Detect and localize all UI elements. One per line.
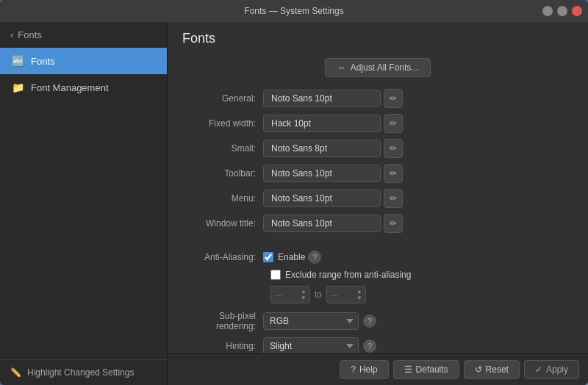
toolbar-label: Toolbar: <box>182 168 263 179</box>
toolbar-row: Toolbar: Noto Sans 10pt ✏ <box>182 164 573 183</box>
hinting-select[interactable]: None Slight Medium Full <box>263 337 359 353</box>
subpixel-help-icon[interactable]: ? <box>363 314 376 328</box>
hinting-row: Hinting: None Slight Medium Full ? <box>182 337 573 353</box>
menu-edit-button[interactable]: ✏ <box>384 189 403 208</box>
hinting-help-icon[interactable]: ? <box>363 339 376 353</box>
content-body: ↔ Adjust All Fonts... General: Noto Sans… <box>168 52 588 353</box>
toolbar-edit-button[interactable]: ✏ <box>384 164 403 183</box>
defaults-button[interactable]: ☰ Defaults <box>393 360 459 379</box>
window-title-edit-button[interactable]: ✏ <box>384 214 403 233</box>
apply-label: Apply <box>546 364 568 375</box>
general-label: General: <box>182 93 263 104</box>
small-label: Small: <box>182 143 263 154</box>
hinting-label: Hinting: <box>182 341 263 351</box>
aa-enable-text: Enable <box>278 252 305 262</box>
toolbar-field-wrap: Noto Sans 10pt ✏ <box>263 164 403 183</box>
page-title: Fonts <box>168 22 588 52</box>
window-title-field-wrap: Noto Sans 10pt ✏ <box>263 214 403 233</box>
defaults-icon: ☰ <box>404 364 412 375</box>
exclude-range-checkbox[interactable] <box>270 270 281 280</box>
general-edit-button[interactable]: ✏ <box>384 89 403 108</box>
back-icon: ‹ <box>10 29 13 40</box>
sidebar: ‹ Fonts 🔤 Fonts 📁 Font Management ✏️ Hig… <box>0 22 168 385</box>
titlebar: Fonts — System Settings <box>0 0 588 22</box>
fixed-width-field-wrap: Hack 10pt ✏ <box>263 114 403 133</box>
content-footer: ? Help ☰ Defaults ↺ Reset ✓ Apply <box>168 353 588 385</box>
general-row: General: Noto Sans 10pt ✏ <box>182 89 573 108</box>
minimize-button[interactable] <box>542 6 553 16</box>
sidebar-item-fonts-label: Fonts <box>31 56 55 67</box>
general-field-wrap: Noto Sans 10pt ✏ <box>263 89 403 108</box>
range-from-value: — <box>274 290 282 299</box>
sidebar-item-fonts[interactable]: 🔤 Fonts <box>0 48 167 74</box>
apply-icon: ✓ <box>535 364 542 375</box>
fixed-width-label: Fixed width: <box>182 118 263 129</box>
range-to-arrows[interactable]: ▲ ▼ <box>356 288 362 301</box>
window-title-label: Window title: <box>182 218 263 229</box>
sidebar-item-font-management[interactable]: 📁 Font Management <box>0 74 167 101</box>
menu-label: Menu: <box>182 193 263 204</box>
menu-value: Noto Sans 10pt <box>263 190 381 207</box>
toolbar-value: Noto Sans 10pt <box>263 165 381 182</box>
window-title-value: Noto Sans 10pt <box>263 215 381 232</box>
small-row: Small: Noto Sans 8pt ✏ <box>182 139 573 158</box>
range-row: — ▲ ▼ to — ▲ ▼ <box>270 286 573 303</box>
reset-icon: ↺ <box>475 364 482 375</box>
reset-button[interactable]: ↺ Reset <box>464 360 520 379</box>
menu-field-wrap: Noto Sans 10pt ✏ <box>263 189 403 208</box>
adjust-btn-label: Adjust All Fonts... <box>351 62 419 73</box>
highlight-label: Highlight Changed Settings <box>27 367 134 378</box>
exclude-range-row: Exclude range from anti-aliasing <box>270 270 573 280</box>
fixed-width-edit-button[interactable]: ✏ <box>384 114 403 133</box>
aa-enable-row: Enable ? <box>263 251 321 264</box>
small-value: Noto Sans 8pt <box>263 140 381 157</box>
main-window: Fonts — System Settings ‹ Fonts 🔤 Fonts … <box>0 0 588 385</box>
sidebar-item-font-management-label: Font Management <box>31 82 109 93</box>
fixed-width-row: Fixed width: Hack 10pt ✏ <box>182 114 573 133</box>
subpixel-row: Sub-pixel rendering: RGB BGR V-RGB V-BGR… <box>182 311 573 331</box>
aa-enable-checkbox[interactable] <box>263 252 273 262</box>
back-button[interactable]: ‹ Fonts <box>0 22 167 48</box>
maximize-button[interactable] <box>557 6 567 16</box>
range-to-spinbox[interactable]: — ▲ ▼ <box>326 286 366 303</box>
menu-row: Menu: Noto Sans 10pt ✏ <box>182 189 573 208</box>
adjust-icon: ↔ <box>337 62 346 73</box>
range-from-arrows[interactable]: ▲ ▼ <box>301 288 306 301</box>
highlight-icon: ✏️ <box>10 367 21 378</box>
small-edit-button[interactable]: ✏ <box>384 139 403 158</box>
exclude-range-checkbox-label[interactable]: Exclude range from anti-aliasing <box>270 270 411 280</box>
help-label: Help <box>359 364 378 375</box>
adjust-all-fonts-button[interactable]: ↔ Adjust All Fonts... <box>325 58 431 77</box>
content-area: Fonts ↔ Adjust All Fonts... General: Not… <box>168 22 588 385</box>
range-to-label: to <box>315 289 322 300</box>
range-from-spinbox[interactable]: — ▲ ▼ <box>270 286 310 303</box>
small-field-wrap: Noto Sans 8pt ✏ <box>263 139 403 158</box>
close-button[interactable] <box>572 6 582 16</box>
font-management-icon: 📁 <box>10 80 25 95</box>
separator <box>182 239 573 251</box>
subpixel-select[interactable]: RGB BGR V-RGB V-BGR None <box>263 312 359 330</box>
adjust-btn-row: ↔ Adjust All Fonts... <box>182 58 573 77</box>
window-title-row: Window title: Noto Sans 10pt ✏ <box>182 214 573 233</box>
fonts-icon: 🔤 <box>10 54 25 68</box>
range-to-value: — <box>330 290 338 299</box>
defaults-label: Defaults <box>416 364 448 375</box>
highlight-changed-settings[interactable]: ✏️ Highlight Changed Settings <box>0 359 167 385</box>
reset-label: Reset <box>486 364 509 375</box>
general-value: Noto Sans 10pt <box>263 90 381 107</box>
window-title: Fonts — System Settings <box>244 6 343 16</box>
titlebar-controls <box>542 6 582 16</box>
help-button[interactable]: ? Help <box>340 360 388 379</box>
back-label: Fonts <box>18 29 42 40</box>
anti-aliasing-row: Anti-Aliasing: Enable ? <box>182 251 573 264</box>
aa-help-icon[interactable]: ? <box>308 251 321 264</box>
apply-button[interactable]: ✓ Apply <box>524 360 579 379</box>
fixed-width-value: Hack 10pt <box>263 115 381 132</box>
main-area: ‹ Fonts 🔤 Fonts 📁 Font Management ✏️ Hig… <box>0 22 588 385</box>
aa-enable-checkbox-label[interactable]: Enable <box>263 252 305 262</box>
anti-aliasing-label: Anti-Aliasing: <box>182 252 263 262</box>
exclude-range-text: Exclude range from anti-aliasing <box>285 270 411 280</box>
help-icon: ? <box>351 364 356 375</box>
subpixel-label: Sub-pixel rendering: <box>182 311 263 331</box>
